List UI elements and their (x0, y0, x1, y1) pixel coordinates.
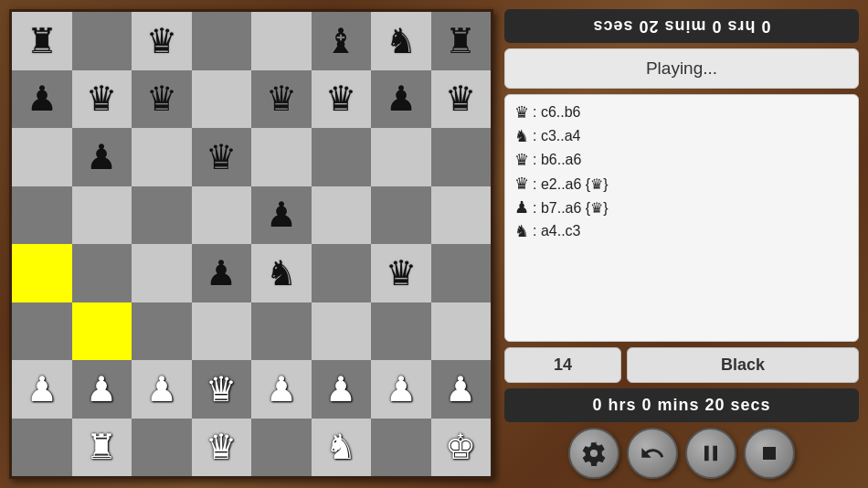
board-cell[interactable]: ♟ (312, 360, 372, 419)
board-cell[interactable] (72, 244, 132, 302)
chess-piece: ♜ (445, 24, 476, 58)
chess-piece: ♛ (146, 24, 177, 58)
chess-piece: ♛ (206, 430, 237, 464)
chess-piece: ♟ (86, 372, 117, 407)
board-cell[interactable] (251, 419, 312, 477)
board-cell[interactable]: ♚ (431, 419, 492, 477)
chess-piece: ♛ (86, 81, 117, 116)
board-cell[interactable] (371, 302, 431, 361)
board-cell[interactable] (431, 128, 492, 186)
board-cell[interactable] (431, 186, 492, 245)
chess-piece: ♟ (86, 140, 117, 175)
undo-icon (640, 440, 665, 466)
board-cell[interactable]: ♟ (371, 70, 431, 129)
board-cell[interactable] (72, 302, 132, 361)
board-cell[interactable] (72, 186, 132, 245)
board-cell[interactable]: ♛ (192, 419, 252, 477)
board-cell[interactable] (72, 12, 132, 70)
board-cell[interactable]: ♟ (72, 128, 132, 186)
board-cell[interactable] (312, 302, 372, 361)
board-cell[interactable] (192, 70, 252, 129)
board-cell[interactable] (251, 128, 312, 186)
board-cell[interactable] (371, 128, 431, 186)
move-log: ♛: c6..b6♞: c3..a4♛: b6..a6♛: e2..a6 {♛}… (504, 94, 859, 342)
board-cell[interactable]: ♛ (192, 360, 252, 419)
chess-piece: ♛ (266, 81, 297, 116)
board-cell[interactable] (431, 244, 492, 302)
board-cell[interactable]: ♛ (72, 70, 132, 129)
board-cell[interactable] (12, 302, 72, 361)
move-entry: ♞: a4..c3 (514, 221, 849, 241)
chess-piece: ♜ (26, 24, 58, 58)
board-cell[interactable] (132, 302, 192, 361)
chess-piece: ♟ (325, 372, 356, 407)
board-cell[interactable] (12, 186, 72, 245)
stop-button[interactable] (744, 428, 795, 479)
pause-button[interactable] (685, 428, 736, 479)
pause-icon (698, 440, 724, 466)
move-entry: ♛: c6..b6 (514, 102, 849, 122)
board-cell[interactable] (371, 419, 431, 477)
move-piece-icon: ♛ (514, 174, 529, 194)
board-cell[interactable]: ♟ (371, 360, 431, 419)
board-cell[interactable]: ♟ (72, 360, 132, 419)
chess-piece: ♞ (325, 430, 356, 464)
settings-button[interactable] (568, 428, 619, 479)
board-cell[interactable] (312, 244, 372, 302)
board-cell[interactable]: ♛ (251, 70, 312, 129)
board-cell[interactable] (312, 186, 372, 245)
board-cell[interactable]: ♟ (251, 186, 312, 245)
board-cell[interactable] (192, 186, 252, 245)
board-cell[interactable] (192, 302, 252, 361)
timer-top: 0 hrs 0 mins 20 secs (504, 9, 859, 43)
board-cell[interactable] (132, 419, 192, 477)
chess-piece: ♟ (146, 372, 177, 407)
board-cell[interactable]: ♟ (251, 360, 312, 419)
board-cell[interactable] (132, 128, 192, 186)
move-text: : c3..a4 (533, 128, 580, 144)
undo-button[interactable] (627, 428, 678, 479)
board-cell[interactable] (12, 244, 72, 302)
status-bar: Playing... (504, 48, 859, 89)
app-container: ♜♛♝♞♜♟♛♛♛♛♟♛♟♛♟♟♞♛♟♟♟♛♟♟♟♟♜♛♞♚ 0 hrs 0 m… (0, 0, 868, 488)
board-cell[interactable]: ♜ (72, 419, 132, 477)
chess-piece: ♞ (386, 24, 417, 58)
board-cell[interactable]: ♝ (312, 12, 372, 70)
board-cell[interactable]: ♟ (12, 70, 72, 129)
board-cell[interactable]: ♟ (192, 244, 252, 302)
board-cell[interactable]: ♛ (132, 70, 192, 129)
board-cell[interactable] (371, 186, 431, 245)
chess-piece: ♟ (266, 197, 297, 232)
chess-board: ♜♛♝♞♜♟♛♛♛♛♟♛♟♛♟♟♞♛♟♟♟♛♟♟♟♟♜♛♞♚ (12, 12, 491, 476)
board-cell[interactable] (251, 12, 312, 70)
board-cell[interactable]: ♞ (312, 419, 372, 477)
move-text: : b7..a6 {♛} (533, 199, 609, 217)
chess-piece: ♟ (445, 372, 476, 407)
board-cell[interactable]: ♛ (371, 244, 431, 302)
board-cell[interactable]: ♞ (371, 12, 431, 70)
chess-piece: ♛ (206, 140, 237, 175)
board-cell[interactable] (192, 12, 252, 70)
board-cell[interactable] (12, 419, 72, 477)
board-cell[interactable] (431, 302, 492, 361)
board-cell[interactable]: ♟ (12, 360, 72, 419)
board-cell[interactable] (312, 128, 372, 186)
board-cell[interactable]: ♟ (132, 360, 192, 419)
board-cell[interactable] (12, 128, 72, 186)
controls-row (504, 428, 859, 479)
board-cell[interactable] (251, 302, 312, 361)
board-cell[interactable]: ♜ (12, 12, 72, 70)
stop-icon (757, 440, 782, 466)
chess-piece: ♛ (325, 81, 356, 116)
board-cell[interactable]: ♛ (192, 128, 252, 186)
board-cell[interactable]: ♛ (132, 12, 192, 70)
board-cell[interactable]: ♛ (431, 70, 492, 129)
board-cell[interactable]: ♞ (251, 244, 312, 302)
board-cell[interactable] (132, 186, 192, 245)
board-cell[interactable] (132, 244, 192, 302)
board-cell[interactable]: ♟ (431, 360, 492, 419)
board-cell[interactable]: ♛ (312, 70, 372, 129)
turn-indicator: Black (627, 347, 859, 383)
board-cell[interactable]: ♜ (431, 12, 492, 70)
chess-piece: ♟ (206, 256, 237, 291)
